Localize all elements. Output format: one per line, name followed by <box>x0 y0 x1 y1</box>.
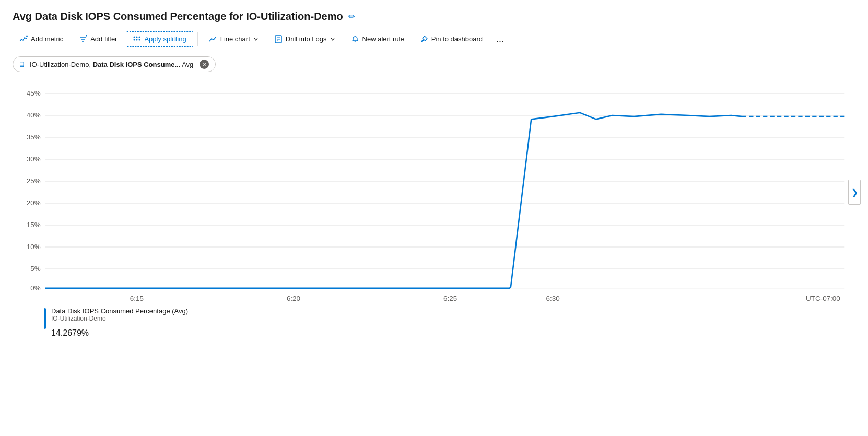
line-chart-button[interactable]: Line chart <box>202 31 265 47</box>
svg-point-3 <box>134 39 135 40</box>
svg-point-5 <box>139 39 140 40</box>
svg-text:UTC-07:00: UTC-07:00 <box>806 294 840 302</box>
svg-text:5%: 5% <box>30 265 40 273</box>
svg-text:40%: 40% <box>27 111 41 119</box>
svg-text:10%: 10% <box>27 243 41 251</box>
metric-pill: 🖥 IO-Utilization-Demo, Data Disk IOPS Co… <box>13 56 216 72</box>
legend-value: 14.2679% <box>51 323 188 339</box>
x-axis: 6:15 6:20 6:25 6:30 UTC-07:00 <box>130 294 840 302</box>
add-metric-icon <box>19 35 28 43</box>
svg-point-4 <box>136 39 138 40</box>
svg-text:6:30: 6:30 <box>546 294 560 302</box>
chart-area: 45% 40% 35% 30% 25% 20% 15% 10% 5% 0% 6:… <box>13 83 855 302</box>
chart-container: 45% 40% 35% 30% 25% 20% 15% 10% 5% 0% 6:… <box>13 83 855 302</box>
metric-pill-text: IO-Utilization-Demo, Data Disk IOPS Cons… <box>30 61 193 68</box>
svg-point-1 <box>136 36 138 38</box>
legend-item: Data Disk IOPS Consumed Percentage (Avg)… <box>44 307 855 339</box>
toolbar: Add metric Add filter Apply splitting Li… <box>13 31 855 47</box>
more-options-button[interactable]: ... <box>491 31 509 47</box>
monitor-icon: 🖥 <box>18 60 26 68</box>
svg-text:6:15: 6:15 <box>130 294 144 302</box>
page-title: Avg Data Disk IOPS Consumed Percentage f… <box>13 10 343 22</box>
drill-logs-icon <box>274 35 283 43</box>
svg-point-2 <box>139 36 140 38</box>
legend-text: Data Disk IOPS Consumed Percentage (Avg)… <box>51 307 188 339</box>
metric-pill-close-button[interactable]: ✕ <box>200 60 209 69</box>
svg-text:25%: 25% <box>27 177 41 185</box>
svg-text:20%: 20% <box>27 199 41 207</box>
svg-text:35%: 35% <box>27 133 41 141</box>
add-filter-button[interactable]: Add filter <box>72 31 124 47</box>
alert-rule-icon <box>351 35 359 43</box>
add-filter-icon <box>79 35 87 43</box>
y-axis: 45% 40% 35% 30% 25% 20% 15% 10% 5% 0% <box>27 89 844 292</box>
legend-subtitle: IO-Utilization-Demo <box>51 315 188 322</box>
pin-icon <box>420 35 428 43</box>
chart-line-solid <box>45 113 742 288</box>
legend-color-bar <box>44 308 46 329</box>
legend-title: Data Disk IOPS Consumed Percentage (Avg) <box>51 307 188 315</box>
chart-expand-button[interactable]: ❯ <box>848 180 861 205</box>
add-metric-button[interactable]: Add metric <box>13 31 70 47</box>
svg-text:15%: 15% <box>27 221 41 229</box>
svg-text:6:20: 6:20 <box>287 294 300 302</box>
svg-point-0 <box>134 36 135 38</box>
new-alert-rule-button[interactable]: New alert rule <box>344 31 411 47</box>
apply-splitting-icon <box>133 35 141 43</box>
svg-text:30%: 30% <box>27 155 41 163</box>
line-chart-icon <box>209 35 217 43</box>
edit-icon[interactable]: ✏ <box>348 11 355 21</box>
svg-text:45%: 45% <box>27 89 41 97</box>
svg-text:0%: 0% <box>30 284 40 292</box>
pin-to-dashboard-button[interactable]: Pin to dashboard <box>413 31 489 47</box>
line-chart-dropdown-icon <box>253 37 259 42</box>
toolbar-separator-1 <box>197 32 198 46</box>
line-chart-svg: 45% 40% 35% 30% 25% 20% 15% 10% 5% 0% 6:… <box>13 83 855 302</box>
legend-area: Data Disk IOPS Consumed Percentage (Avg)… <box>13 307 855 339</box>
svg-text:6:25: 6:25 <box>443 294 457 302</box>
apply-splitting-button[interactable]: Apply splitting <box>126 31 193 47</box>
drill-into-logs-button[interactable]: Drill into Logs <box>267 31 342 47</box>
drill-logs-dropdown-icon <box>330 37 335 42</box>
